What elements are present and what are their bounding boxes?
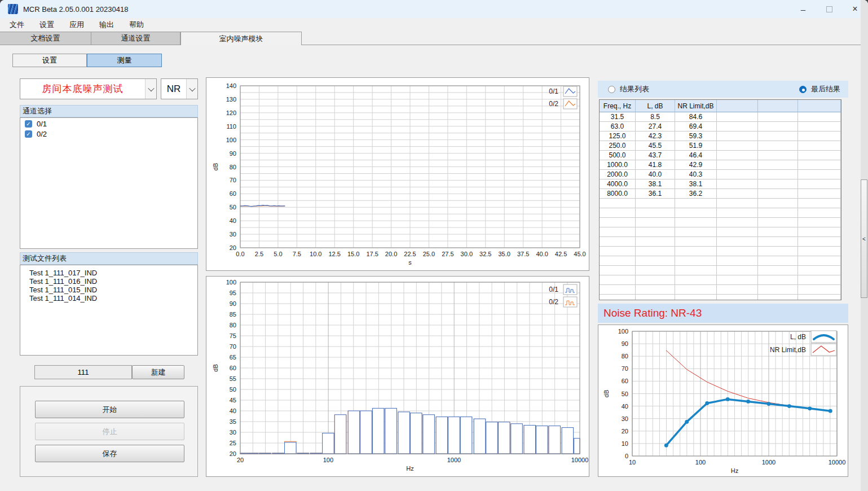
table-cell <box>798 179 841 189</box>
maximize-button[interactable] <box>816 0 842 18</box>
table-cell <box>798 275 841 285</box>
new-button[interactable]: 新建 <box>132 365 184 379</box>
svg-text:40: 40 <box>622 403 628 410</box>
noise-rating-text: Noise Rating: NR-43 <box>603 307 702 319</box>
table-cell <box>758 151 798 160</box>
rating-type-combo[interactable]: NR <box>161 78 198 99</box>
menu-item-3[interactable]: 输出 <box>95 19 118 31</box>
svg-text:90: 90 <box>230 300 236 307</box>
table-header-5 <box>798 100 841 112</box>
start-button-label: 开始 <box>103 405 117 415</box>
collapse-panel-handle[interactable]: < <box>861 179 867 298</box>
table-row-6: 2000.040.040.3 <box>600 170 841 179</box>
tab-settings[interactable]: 设置 <box>12 54 87 67</box>
svg-text:80: 80 <box>230 322 236 328</box>
table-cell <box>798 295 841 300</box>
table-cell <box>600 218 636 227</box>
svg-text:100: 100 <box>695 459 706 466</box>
svg-text:100: 100 <box>226 279 236 286</box>
svg-text:20.0: 20.0 <box>385 251 397 257</box>
table-header-4 <box>758 100 798 112</box>
menu-item-2[interactable]: 应用 <box>65 19 88 31</box>
tab-1[interactable]: 通道设置 <box>91 32 180 45</box>
table-cell <box>600 266 636 275</box>
table-cell <box>798 237 841 247</box>
file-item-2[interactable]: Test 1_111_015_IND <box>20 286 197 294</box>
menu-item-0[interactable]: 文件 <box>6 19 28 31</box>
table-cell <box>758 208 798 218</box>
save-button[interactable]: 保存 <box>35 445 184 462</box>
window-controls: – × <box>790 0 868 18</box>
svg-text:100: 100 <box>226 137 236 143</box>
table-row-8: 8000.036.136.2 <box>600 189 841 199</box>
table-cell <box>758 170 798 179</box>
table-cell <box>675 295 717 300</box>
table-cell <box>636 256 675 266</box>
tab-0[interactable]: 文档设置 <box>0 32 91 45</box>
checkbox-icon[interactable]: ✓ <box>25 130 32 138</box>
maximize-icon <box>826 6 832 12</box>
table-cell: 36.2 <box>675 189 717 199</box>
minimize-button[interactable]: – <box>790 0 816 18</box>
channel-label: 0/1 <box>37 120 47 128</box>
svg-text:27.5: 27.5 <box>442 251 453 257</box>
table-row-2: 125.042.359.3 <box>600 131 841 141</box>
table-cell <box>798 285 841 295</box>
svg-text:70: 70 <box>622 365 628 372</box>
table-cell <box>600 199 636 208</box>
table-cell: 46.4 <box>675 151 717 160</box>
menu-item-1[interactable]: 设置 <box>36 19 58 31</box>
table-cell <box>675 208 717 218</box>
table-cell <box>675 199 717 208</box>
radio-results-list[interactable]: 结果列表 <box>608 84 649 94</box>
table-cell <box>758 295 798 300</box>
file-item-3[interactable]: Test 1_111_014_IND <box>20 294 197 303</box>
table-cell <box>717 179 758 189</box>
table-cell <box>717 141 758 151</box>
menu-item-4[interactable]: 帮助 <box>125 19 148 31</box>
svg-text:0/2: 0/2 <box>549 100 558 108</box>
radio-results-list-icon <box>608 86 615 93</box>
table-cell <box>758 275 798 285</box>
table-row-4: 500.043.746.4 <box>600 151 841 160</box>
svg-text:30: 30 <box>622 415 628 422</box>
table-cell <box>717 151 758 160</box>
svg-text:dB: dB <box>212 163 219 170</box>
table-cell: 4000.0 <box>600 179 636 189</box>
table-cell: 45.5 <box>636 141 675 151</box>
test-file-list: Test 1_111_017_INDTest 1_111_016_INDTest… <box>20 265 198 356</box>
table-cell: 40.3 <box>675 170 717 179</box>
tab-measure[interactable]: 测量 <box>87 54 162 67</box>
svg-text:35.0: 35.0 <box>499 251 510 257</box>
svg-text:20: 20 <box>237 457 244 463</box>
channel-item-0/1[interactable]: ✓0/1 <box>20 118 197 128</box>
collapse-icon: < <box>862 236 866 242</box>
channel-item-0/2[interactable]: ✓0/2 <box>20 128 197 138</box>
file-name-input[interactable] <box>34 365 132 379</box>
tab-2[interactable]: 室内噪声模块 <box>180 32 302 45</box>
test-type-combo[interactable]: 房间本底噪声测试 <box>20 78 157 99</box>
svg-text:65: 65 <box>230 354 236 361</box>
table-row-empty <box>600 266 841 275</box>
file-item-0[interactable]: Test 1_111_017_IND <box>20 269 197 277</box>
table-cell <box>636 275 675 285</box>
table-cell <box>758 199 798 208</box>
start-button[interactable]: 开始 <box>35 401 184 418</box>
stop-button[interactable]: 停止 <box>35 423 184 440</box>
svg-text:37.5: 37.5 <box>517 251 529 257</box>
radio-last-result[interactable]: 最后结果 <box>799 84 840 94</box>
file-item-1[interactable]: Test 1_111_016_IND <box>20 277 197 286</box>
table-row-empty <box>600 256 841 266</box>
svg-text:0/1: 0/1 <box>549 286 558 293</box>
table-cell <box>636 237 675 247</box>
checkbox-icon[interactable]: ✓ <box>25 120 32 128</box>
radio-results-list-label: 结果列表 <box>620 84 649 94</box>
table-cell <box>717 256 758 266</box>
table-cell <box>758 122 798 131</box>
svg-text:50: 50 <box>230 204 236 211</box>
table-cell <box>798 141 841 151</box>
table-cell <box>758 131 798 141</box>
table-cell: 31.5 <box>600 112 636 122</box>
table-cell: 69.4 <box>675 122 717 131</box>
svg-text:NR Limit,dB: NR Limit,dB <box>770 346 806 354</box>
